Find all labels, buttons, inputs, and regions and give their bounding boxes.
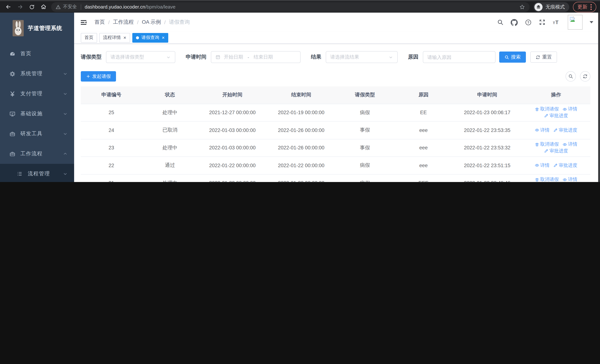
svg-text:T: T: [553, 21, 555, 25]
action-detail-link[interactable]: 详情: [562, 106, 577, 112]
sidebar-item-devtools[interactable]: 研发工具: [0, 124, 74, 144]
url-text: dashboard.yudao.iocoder.cn/bpm/oa/leave: [85, 4, 176, 10]
leave-type-select[interactable]: 请选择请假类型: [106, 51, 175, 63]
tab-process-detail[interactable]: 流程详情×: [99, 33, 130, 42]
top-navbar: 首页 / 工作流程 / OA 示例 / 请假查询 ? TT: [74, 13, 600, 32]
browser-update-button[interactable]: 更新: [573, 2, 596, 12]
cell-id: 24: [81, 121, 142, 139]
action-detail-link[interactable]: 详情: [534, 127, 549, 133]
table-row: 24已取消2022-01-03 00:00:002022-01-26 00:00…: [81, 121, 590, 139]
tab-home[interactable]: 首页: [81, 33, 97, 42]
cell-apply_time: 2022-01-22 23:49:46: [453, 174, 522, 182]
cell-actions: 取消请假详情审批进度: [522, 104, 590, 121]
leave-table: 申请编号 状态 开始时间 结束时间 请假类型 原因 申请时间 操作 25处理中2…: [81, 86, 590, 182]
cell-reason: eee: [394, 121, 453, 139]
table-row: 21处理中2022-01-22 00:00:002022-01-23 00:00…: [81, 174, 590, 182]
sidebar-item-workflow[interactable]: 工作流程: [0, 144, 74, 164]
incognito-icon: [534, 3, 543, 11]
security-label: 不安全: [63, 4, 77, 10]
font-size-icon[interactable]: TT: [553, 19, 561, 26]
cell-leave_type: 病假: [336, 174, 394, 182]
cell-start_time: 2022-01-03 00:00:00: [198, 139, 267, 157]
action-detail-link[interactable]: 详情: [534, 162, 549, 168]
cell-id: 25: [81, 104, 142, 121]
trash-icon: [534, 177, 539, 182]
fullscreen-icon[interactable]: [539, 19, 545, 26]
action-progress-link[interactable]: 审批进度: [544, 148, 568, 154]
close-icon[interactable]: ×: [123, 35, 126, 40]
reset-button[interactable]: 重置: [530, 52, 557, 63]
leave-type-label: 请假类型: [81, 54, 102, 60]
action-progress-link[interactable]: 审批进度: [553, 127, 577, 133]
apply-time-daterange[interactable]: 开始日期 - 结束日期: [211, 51, 300, 63]
action-detail-link[interactable]: 详情: [562, 141, 577, 148]
cell-end_time: 2022-01-19 00:00:00: [267, 104, 336, 121]
result-select[interactable]: 请选择流结果: [326, 51, 398, 63]
create-leave-button[interactable]: 发起请假: [81, 71, 116, 82]
cell-id: 22: [81, 157, 142, 174]
help-icon[interactable]: ?: [525, 19, 532, 26]
search-icon[interactable]: [497, 19, 504, 26]
breadcrumb-item[interactable]: 首页: [94, 19, 105, 26]
table-header-row: 申请编号 状态 开始时间 结束时间 请假类型 原因 申请时间 操作: [81, 86, 590, 104]
window-scrollbar[interactable]: [598, 13, 600, 182]
chevron-down-icon: [63, 112, 67, 116]
list-icon: [16, 171, 23, 177]
action-cancel-link[interactable]: 取消请假: [534, 106, 559, 112]
search-button[interactable]: 搜索: [499, 52, 526, 63]
sidebar-submenu-workflow: 流程管理 任务管理 我的流程 待办任务 已办: [0, 164, 74, 182]
pen-icon: [553, 128, 558, 132]
sidebar-item-infra[interactable]: 基础设施: [0, 104, 74, 124]
action-detail-link[interactable]: 详情: [562, 177, 577, 182]
sidebar-item-payment[interactable]: 支付管理: [0, 84, 74, 104]
range-separator: -: [248, 54, 249, 60]
update-label: 更新: [577, 3, 587, 10]
refresh-table-button[interactable]: [580, 71, 590, 82]
cell-actions: 取消请假详情审批进度: [522, 174, 590, 182]
breadcrumb-item[interactable]: OA 示例: [142, 19, 161, 26]
col-header-apply-time: 申请时间: [453, 86, 522, 104]
browser-forward-icon[interactable]: [17, 4, 23, 10]
broken-image-icon: [569, 16, 576, 23]
gear-icon: [9, 71, 16, 77]
breadcrumb-separator: /: [164, 19, 166, 25]
action-cancel-link[interactable]: 取消请假: [534, 141, 559, 148]
app-logo: 芋道管理系统: [0, 13, 74, 44]
cell-apply_time: 2022-01-22 23:53:35: [453, 121, 522, 139]
svg-text:T: T: [555, 19, 559, 25]
browser-home-icon[interactable]: [40, 4, 47, 10]
sidebar-item-system[interactable]: 系统管理: [0, 64, 74, 84]
omnibox-divider: [81, 4, 81, 9]
browser-reload-icon[interactable]: [29, 4, 35, 10]
github-icon[interactable]: [511, 19, 518, 26]
breadcrumb-item-current: 请假查询: [169, 19, 190, 26]
cell-leave_type: 病假: [336, 157, 394, 174]
sidebar-item-process-mgmt[interactable]: 流程管理: [0, 164, 74, 182]
action-progress-link[interactable]: 审批进度: [544, 113, 568, 119]
col-header-status: 状态: [142, 86, 198, 104]
close-icon[interactable]: ×: [162, 35, 165, 40]
address-bar[interactable]: 不安全 dashboard.yudao.iocoder.cn/bpm/oa/le…: [51, 2, 530, 12]
browser-back-icon[interactable]: [5, 4, 11, 10]
chevron-down-icon: [63, 92, 67, 96]
breadcrumb: 首页 / 工作流程 / OA 示例 / 请假查询: [94, 19, 190, 26]
browser-menu-dots-icon[interactable]: [590, 4, 592, 10]
browser-chrome: 不安全 dashboard.yudao.iocoder.cn/bpm/oa/le…: [0, 0, 600, 13]
sidebar-collapse-icon[interactable]: [80, 19, 87, 26]
cell-start_time: 2022-01-22 00:00:00: [198, 157, 267, 174]
avatar-caret-icon[interactable]: [590, 21, 593, 23]
col-header-type: 请假类型: [336, 86, 394, 104]
eye-icon: [562, 177, 567, 182]
breadcrumb-item[interactable]: 工作流程: [113, 19, 134, 26]
bookmark-star-icon[interactable]: [519, 4, 525, 10]
tab-leave-query[interactable]: 请假查询×: [132, 33, 168, 42]
cell-id: 23: [81, 139, 142, 157]
sidebar-item-home[interactable]: 首页: [0, 44, 74, 64]
cell-actions: 详情审批进度: [522, 157, 590, 174]
action-cancel-link[interactable]: 取消请假: [534, 177, 559, 182]
reason-input[interactable]: [427, 54, 491, 60]
incognito-label: 无痕模式: [545, 3, 565, 10]
search-toggle-button[interactable]: [565, 71, 576, 82]
action-progress-link[interactable]: 审批进度: [553, 162, 577, 168]
avatar[interactable]: [568, 15, 582, 30]
